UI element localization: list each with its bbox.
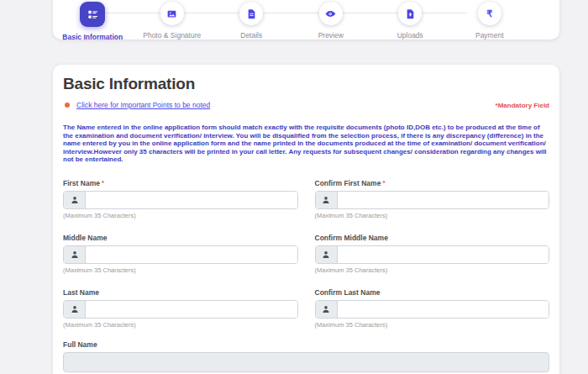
first-name-input[interactable] bbox=[86, 192, 297, 208]
step-label: Preview bbox=[318, 31, 344, 40]
confirm-first-name-input-group bbox=[315, 191, 550, 209]
field-confirm-last-name: Confirm Last Name (Maximum 35 Characters… bbox=[315, 288, 550, 329]
basic-information-card: Basic Information Click here for Importa… bbox=[53, 65, 559, 374]
step-preview[interactable]: Preview bbox=[291, 2, 371, 40]
confirm-middle-name-input[interactable] bbox=[338, 246, 549, 263]
field-label-text: Confirm First Name bbox=[315, 179, 381, 187]
max-chars-hint: (Maximum 35 Characters) bbox=[315, 266, 550, 274]
step-label: Photo & Signature bbox=[143, 31, 201, 40]
max-chars-hint: (Maximum 35 Characters) bbox=[315, 212, 550, 219]
stepper: Basic Information Photo & Signature bbox=[53, 0, 559, 40]
max-chars-hint: (Maximum 35 Characters) bbox=[63, 266, 298, 274]
last-name-input[interactable] bbox=[86, 301, 297, 318]
rupee-symbol: ₹ bbox=[486, 9, 492, 18]
field-label: Confirm Last Name bbox=[315, 288, 550, 297]
first-name-input-group bbox=[63, 191, 298, 209]
field-label: Middle Name bbox=[63, 234, 298, 242]
bullet-icon bbox=[65, 103, 70, 108]
field-label-text: Full Name bbox=[63, 340, 97, 349]
field-label: Confirm First Name* bbox=[315, 179, 550, 187]
upload-icon bbox=[398, 2, 422, 25]
eye-icon bbox=[319, 2, 343, 25]
field-label-text: Last Name bbox=[63, 288, 99, 297]
important-points-link[interactable]: Click here for Important Points to be no… bbox=[76, 101, 210, 109]
field-label-text: First Name bbox=[63, 179, 100, 187]
step-photo-signature[interactable]: Photo & Signature bbox=[133, 2, 213, 40]
field-label-text: Confirm Middle Name bbox=[315, 234, 388, 242]
page-title: Basic Information bbox=[63, 75, 549, 93]
field-label: Full Name bbox=[63, 340, 549, 349]
field-confirm-first-name: Confirm First Name* (Maximum 35 Characte… bbox=[315, 179, 550, 219]
step-payment[interactable]: ₹ Payment bbox=[450, 2, 530, 40]
max-chars-hint: (Maximum 35 Characters) bbox=[63, 212, 298, 219]
mandatory-field-note: *Mandatory Field bbox=[496, 102, 549, 109]
step-label: Payment bbox=[475, 31, 504, 40]
required-asterisk: * bbox=[102, 179, 104, 187]
step-label: Uploads bbox=[397, 31, 423, 40]
step-label: Basic Information bbox=[62, 33, 123, 41]
confirm-last-name-input[interactable] bbox=[338, 301, 549, 318]
form-icon bbox=[80, 2, 105, 27]
middle-name-input-group bbox=[63, 245, 298, 264]
person-icon bbox=[64, 301, 86, 318]
step-label: Details bbox=[240, 31, 262, 40]
last-name-input-group bbox=[63, 300, 298, 319]
name-match-notice: The Name entered in the online applicati… bbox=[63, 124, 549, 164]
person-icon bbox=[64, 246, 86, 263]
required-asterisk: * bbox=[382, 179, 385, 187]
field-middle-name: Middle Name (Maximum 35 Characters) bbox=[63, 234, 298, 274]
photo-signature-icon bbox=[160, 2, 184, 25]
confirm-middle-name-input-group bbox=[315, 245, 550, 264]
subheader-row: Click here for Important Points to be no… bbox=[63, 101, 549, 109]
step-basic-information[interactable]: Basic Information bbox=[53, 2, 133, 40]
max-chars-hint: (Maximum 35 Characters) bbox=[315, 321, 550, 329]
confirm-first-name-input[interactable] bbox=[338, 192, 549, 208]
field-last-name: Last Name (Maximum 35 Characters) bbox=[63, 288, 298, 329]
max-chars-hint: (Maximum 35 Characters) bbox=[63, 321, 298, 329]
field-label-text: Confirm Last Name bbox=[315, 288, 381, 297]
step-uploads[interactable]: Uploads bbox=[370, 2, 450, 40]
important-points-link-row[interactable]: Click here for Important Points to be no… bbox=[63, 101, 210, 109]
rupee-icon: ₹ bbox=[478, 2, 501, 25]
field-first-name: First Name* (Maximum 35 Characters) bbox=[63, 179, 298, 219]
person-icon bbox=[316, 192, 338, 208]
field-label: Confirm Middle Name bbox=[315, 234, 550, 242]
field-full-name: Full Name bbox=[63, 340, 549, 372]
field-confirm-middle-name: Confirm Middle Name (Maximum 35 Characte… bbox=[315, 234, 550, 274]
full-name-input bbox=[63, 352, 549, 372]
person-icon bbox=[316, 301, 338, 318]
field-label-text: Middle Name bbox=[63, 234, 107, 242]
document-icon bbox=[239, 2, 263, 25]
name-fields-grid: First Name* (Maximum 35 Characters) Conf… bbox=[63, 179, 549, 329]
middle-name-input[interactable] bbox=[86, 246, 297, 263]
field-label: First Name* bbox=[63, 179, 298, 187]
step-details[interactable]: Details bbox=[212, 2, 291, 40]
confirm-last-name-input-group bbox=[315, 300, 550, 319]
person-icon bbox=[316, 246, 338, 263]
stepper-card: Basic Information Photo & Signature bbox=[53, 0, 559, 40]
application-form-page: Basic Information Photo & Signature bbox=[0, 0, 588, 374]
field-label: Last Name bbox=[63, 288, 298, 297]
person-icon bbox=[64, 192, 86, 208]
